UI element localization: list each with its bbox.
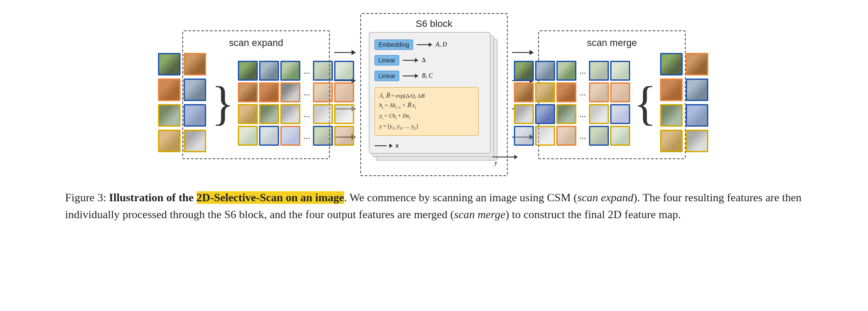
x-label: x: [395, 142, 399, 149]
caption-bold-start: Illustration of the: [109, 191, 197, 204]
exp-tile: [313, 104, 333, 124]
merge-row-2: ...: [514, 82, 630, 102]
exp-tile: [334, 104, 354, 124]
merge-tile: [589, 126, 609, 146]
exp-tile: [280, 61, 300, 81]
linear2-badge: Linear: [375, 71, 399, 81]
s6-box: S6 block Embedding A, D: [360, 13, 508, 176]
output-tile: [686, 104, 708, 127]
exp-tile: [259, 126, 279, 146]
linear2-arrow: [403, 74, 418, 78]
embedding-arrow: [417, 43, 432, 47]
embedding-row: Embedding A, D: [375, 39, 485, 50]
s6-card-front: Embedding A, D Linear: [369, 32, 490, 154]
scan-merge-inner: ... ...: [514, 53, 710, 154]
input-tile: [158, 104, 181, 127]
exp-tile: [280, 126, 300, 146]
scan-expand-box: scan expand }: [182, 30, 330, 159]
linear1-row: Linear Δ: [375, 55, 485, 65]
exp-tile: [259, 61, 279, 81]
dots: ...: [579, 66, 586, 76]
merge-tile: [556, 82, 576, 102]
linear1-badge: Linear: [375, 55, 399, 65]
merge-tile: [589, 82, 609, 102]
merge-expanded-rows: ... ...: [514, 61, 630, 146]
input-tile: [184, 104, 206, 127]
exp-tile: [238, 104, 258, 124]
x-row: x: [375, 142, 399, 149]
exp-tile: [238, 61, 258, 81]
expanded-row-2: ...: [238, 82, 354, 102]
output-tile: [686, 53, 708, 75]
diagram-area: scan expand }: [22, 13, 846, 176]
dots: ...: [303, 66, 310, 76]
exp-tile: [334, 126, 354, 146]
merge-row-1: ...: [514, 61, 630, 81]
dots: ...: [303, 131, 310, 141]
merge-tile: [514, 126, 534, 146]
scan-expand-italic: scan expand: [577, 191, 633, 204]
merge-row-3: ...: [514, 104, 630, 124]
merge-tile: [610, 82, 630, 102]
exp-tile: [313, 82, 333, 102]
merge-tile: [514, 82, 534, 102]
dots: ...: [303, 88, 310, 98]
scan-merge-box: scan merge ...: [538, 30, 686, 159]
figure-number: Figure 3:: [65, 191, 106, 204]
delta-label: Δ: [422, 57, 426, 64]
exp-tile: [259, 82, 279, 102]
exp-tile: [238, 126, 258, 146]
bc-label: B, C: [422, 72, 433, 79]
scan-expand-label: scan expand: [229, 37, 283, 49]
exp-tile: [313, 61, 333, 81]
linear2-row: Linear B, C: [375, 71, 485, 81]
formula-line2: ht = Āht−1 + B̄ xt: [379, 101, 474, 111]
merge-tile: [514, 104, 534, 124]
merge-row-4: ...: [514, 126, 630, 146]
y-label: y: [494, 159, 497, 167]
exp-tile: [280, 82, 300, 102]
merge-tile: [589, 61, 609, 81]
scan-merge-italic: scan merge: [454, 208, 505, 221]
exp-tile: [280, 104, 300, 124]
curly-brace: }: [211, 79, 234, 127]
dots: ...: [579, 88, 586, 98]
diagram-container: scan expand }: [22, 9, 846, 223]
s6-stacked: Embedding A, D Linear: [369, 32, 499, 171]
merge-tile: [610, 126, 630, 146]
exp-tile: [313, 126, 333, 146]
merge-tile: [610, 61, 630, 81]
output-tile: [686, 79, 708, 101]
scan-merge-label: scan merge: [587, 37, 637, 49]
formula-line3: yt = Cht + Dxt: [379, 111, 474, 121]
input-tile: [158, 130, 181, 152]
output-tile: [686, 130, 708, 152]
dots: ...: [579, 131, 586, 141]
input-tile-grid: [158, 53, 208, 154]
merge-tile: [514, 61, 534, 81]
output-tile: [660, 130, 683, 152]
input-tile: [184, 130, 206, 152]
s6-label: S6 block: [416, 18, 452, 29]
exp-tile: [259, 104, 279, 124]
merge-tile: [610, 104, 630, 124]
expanded-row-3: ...: [238, 104, 354, 124]
merge-tile: [589, 104, 609, 124]
merge-tile: [556, 104, 576, 124]
input-tile: [184, 79, 206, 101]
exp-tile: [334, 82, 354, 102]
exp-tile: [238, 82, 258, 102]
output-tile: [660, 53, 683, 75]
output-tile-grid: [660, 53, 710, 154]
merge-tile: [556, 126, 576, 146]
ad-label: A, D: [436, 41, 447, 48]
output-tile: [660, 104, 683, 127]
input-tile: [158, 53, 181, 75]
merge-curly-brace: {: [634, 79, 657, 127]
embedding-badge: Embedding: [375, 39, 413, 50]
expanded-row-4: ...: [238, 126, 354, 146]
merge-tile: [535, 82, 555, 102]
s6-formula-box: Ā, B̄ = exp(ΔA), ΔB ht = Āht−1 + B̄ xt y…: [375, 87, 479, 136]
scan-expand-inner: } ...: [158, 53, 354, 154]
formula-line1: Ā, B̄ = exp(ΔA), ΔB: [379, 91, 474, 101]
